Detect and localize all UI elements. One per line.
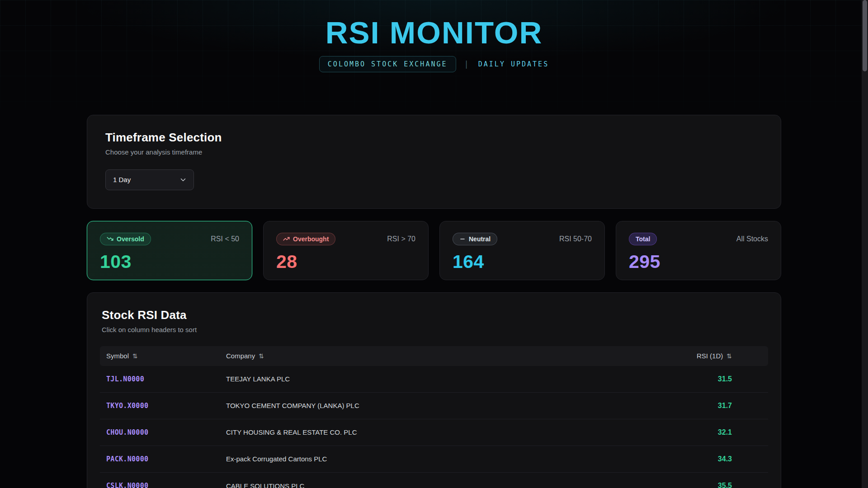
sort-icon: ⇅ bbox=[132, 352, 138, 360]
cell-symbol: CHOU.N0000 bbox=[106, 428, 226, 436]
page-scrollbar[interactable] bbox=[862, 0, 868, 488]
sort-icon: ⇅ bbox=[259, 352, 264, 360]
page-header: RSI MONITOR COLOMBO STOCK EXCHANGE | DAI… bbox=[87, 0, 781, 72]
page-title: RSI MONITOR bbox=[87, 16, 781, 50]
cell-rsi: 31.7 bbox=[685, 402, 762, 410]
column-header-company[interactable]: Company ⇅ bbox=[226, 352, 685, 360]
stat-range-label: RSI > 70 bbox=[387, 235, 415, 243]
stat-card-neutral[interactable]: Neutral RSI 50-70 164 bbox=[439, 221, 605, 280]
stat-badge-label: Oversold bbox=[117, 235, 144, 243]
rsi-table: Symbol ⇅ Company ⇅ RSI (1D) ⇅ TJL.N0000 … bbox=[100, 346, 768, 488]
stat-value: 295 bbox=[629, 251, 768, 272]
stats-row: Oversold RSI < 50 103 Overbought RSI > 7… bbox=[87, 221, 781, 280]
timeframe-title: Timeframe Selection bbox=[105, 131, 763, 145]
column-label: Symbol bbox=[106, 352, 129, 360]
table-row: TKYO.X0000 TOKYO CEMENT COMPANY (LANKA) … bbox=[100, 393, 768, 419]
stat-badge-label: Overbought bbox=[293, 235, 329, 243]
stat-badge-label: Total bbox=[636, 235, 650, 243]
cell-company: TEEJAY LANKA PLC bbox=[226, 375, 685, 383]
stat-badge-label: Neutral bbox=[469, 235, 491, 243]
cell-company: Ex-pack Corrugated Cartons PLC bbox=[226, 455, 685, 463]
stat-badge: Oversold bbox=[100, 233, 151, 245]
cell-company: CITY HOUSING & REAL ESTATE CO. PLC bbox=[226, 428, 685, 436]
cell-symbol: TJL.N0000 bbox=[106, 375, 226, 383]
table-row: PACK.N0000 Ex-pack Corrugated Cartons PL… bbox=[100, 446, 768, 473]
stat-card-total[interactable]: Total All Stocks 295 bbox=[616, 221, 781, 280]
scrollbar-thumb[interactable] bbox=[863, 0, 867, 71]
main-container: RSI MONITOR COLOMBO STOCK EXCHANGE | DAI… bbox=[87, 0, 781, 488]
sort-icon: ⇅ bbox=[726, 352, 732, 360]
table-subtitle: Click on column headers to sort bbox=[102, 326, 766, 333]
table-body: TJL.N0000 TEEJAY LANKA PLC 31.5 TKYO.X00… bbox=[100, 366, 768, 488]
column-label: RSI (1D) bbox=[697, 352, 723, 360]
subtitle-row: COLOMBO STOCK EXCHANGE | DAILY UPDATES bbox=[87, 56, 781, 72]
stat-badge: Neutral bbox=[453, 233, 497, 245]
stat-range-label: RSI < 50 bbox=[211, 235, 239, 243]
stat-card-oversold[interactable]: Oversold RSI < 50 103 bbox=[87, 221, 252, 280]
cell-symbol: TKYO.X0000 bbox=[106, 402, 226, 410]
timeframe-select[interactable]: 1 Day bbox=[105, 169, 194, 190]
table-row: CHOU.N0000 CITY HOUSING & REAL ESTATE CO… bbox=[100, 419, 768, 446]
trending-down-icon bbox=[107, 235, 113, 242]
stat-value: 103 bbox=[100, 251, 239, 272]
exchange-badge: COLOMBO STOCK EXCHANGE bbox=[319, 56, 456, 72]
chevron-down-icon bbox=[179, 176, 187, 184]
updates-label: DAILY UPDATES bbox=[478, 60, 549, 68]
cell-rsi: 34.3 bbox=[685, 455, 762, 463]
cell-symbol: CSLK.N0000 bbox=[106, 482, 226, 488]
timeframe-card: Timeframe Selection Choose your analysis… bbox=[87, 115, 781, 209]
trending-up-icon bbox=[283, 235, 290, 242]
minus-icon bbox=[459, 236, 466, 242]
timeframe-subtitle: Choose your analysis timeframe bbox=[105, 148, 763, 156]
cell-company: TOKYO CEMENT COMPANY (LANKA) PLC bbox=[226, 402, 685, 409]
table-title: Stock RSI Data bbox=[102, 308, 766, 322]
subtitle-divider: | bbox=[464, 60, 470, 69]
table-row: CSLK.N0000 CABLE SOLUTIONS PLC 35.5 bbox=[100, 473, 768, 488]
table-row: TJL.N0000 TEEJAY LANKA PLC 31.5 bbox=[100, 366, 768, 393]
stat-value: 164 bbox=[453, 251, 592, 272]
column-header-symbol[interactable]: Symbol ⇅ bbox=[106, 352, 226, 360]
table-header-row: Symbol ⇅ Company ⇅ RSI (1D) ⇅ bbox=[100, 346, 768, 366]
column-label: Company bbox=[226, 352, 255, 360]
stat-badge: Total bbox=[629, 233, 657, 245]
stat-range-label: RSI 50-70 bbox=[559, 235, 592, 243]
stock-rsi-card: Stock RSI Data Click on column headers t… bbox=[87, 292, 781, 488]
timeframe-selected-value: 1 Day bbox=[113, 176, 131, 183]
cell-symbol: PACK.N0000 bbox=[106, 455, 226, 463]
stat-badge: Overbought bbox=[276, 233, 335, 245]
stat-card-overbought[interactable]: Overbought RSI > 70 28 bbox=[263, 221, 429, 280]
cell-company: CABLE SOLUTIONS PLC bbox=[226, 482, 685, 488]
column-header-rsi-1d-[interactable]: RSI (1D) ⇅ bbox=[685, 352, 762, 360]
stat-value: 28 bbox=[276, 251, 415, 272]
stat-range-label: All Stocks bbox=[736, 235, 768, 243]
cell-rsi: 35.5 bbox=[685, 482, 762, 488]
cell-rsi: 32.1 bbox=[685, 428, 762, 436]
cell-rsi: 31.5 bbox=[685, 375, 762, 383]
